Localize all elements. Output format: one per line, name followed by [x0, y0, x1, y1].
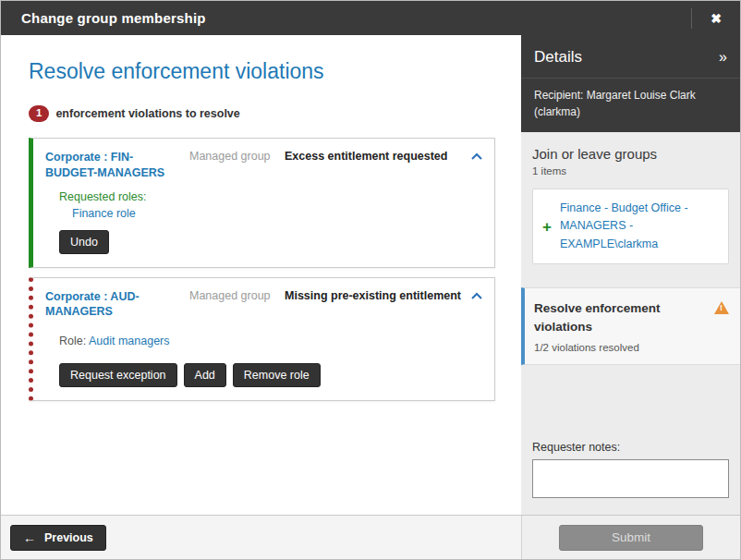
- group-item-label: Finance - Budget Office - MANAGERS - EXA…: [560, 200, 719, 253]
- managed-group-label: Managed group: [189, 289, 277, 302]
- violations-count-badge: 1: [29, 105, 49, 122]
- step-status: 1/2 violations resolved: [534, 342, 729, 353]
- groups-section-title: Join or leave groups: [532, 146, 729, 162]
- violation-type-label: Excess entitlement requested: [285, 150, 461, 163]
- card-actions: Request exception Add Remove role: [59, 363, 483, 387]
- submit-footer: Submit: [521, 515, 740, 559]
- close-icon[interactable]: ✖: [707, 8, 725, 29]
- step-header: Resolve enforcement violations: [534, 299, 729, 337]
- change-group-membership-dialog: Change group membership ✖ Resolve enforc…: [0, 0, 741, 560]
- main-panel: Resolve enforcement violations 1 enforce…: [1, 35, 523, 515]
- violation-card-header: Corporate : FIN-BUDGET-MANAGERS Managed …: [45, 150, 483, 181]
- request-exception-button[interactable]: Request exception: [59, 363, 177, 387]
- violation-card-aud-managers: Corporate : AUD-MANAGERS Managed group M…: [29, 277, 495, 402]
- submit-button[interactable]: Submit: [559, 525, 703, 551]
- requester-notes-section: Requester notes:: [532, 441, 729, 504]
- requester-notes-label: Requester notes:: [532, 441, 729, 454]
- role-line: Role: Audit managers: [59, 335, 483, 347]
- undo-button[interactable]: Undo: [59, 230, 109, 254]
- violation-card-fin-budget-managers: Corporate : FIN-BUDGET-MANAGERS Managed …: [29, 138, 495, 268]
- sidebar-body: Join or leave groups 1 items + Finance -…: [521, 132, 740, 515]
- card-actions: Undo: [59, 230, 483, 254]
- page-title: Resolve enforcement violations: [29, 59, 495, 84]
- warning-icon: [714, 301, 729, 314]
- wizard-footer: ← Previous: [1, 515, 523, 559]
- collapse-sidebar-icon[interactable]: »: [719, 49, 727, 66]
- previous-button-label: Previous: [44, 531, 93, 544]
- add-button[interactable]: Add: [184, 363, 226, 387]
- previous-button[interactable]: ← Previous: [10, 525, 106, 551]
- violation-type-label: Missing pre-existing entitlement: [285, 289, 461, 302]
- details-title: Details: [534, 48, 582, 67]
- managed-group-label: Managed group: [189, 150, 277, 163]
- audit-managers-link[interactable]: Audit managers: [89, 335, 170, 347]
- header-divider: [691, 8, 692, 29]
- finance-role-link[interactable]: Finance role: [72, 207, 136, 220]
- remove-role-button[interactable]: Remove role: [233, 363, 321, 387]
- plus-icon: +: [542, 219, 552, 235]
- arrow-left-icon: ←: [23, 531, 36, 544]
- chevron-up-icon[interactable]: [468, 150, 483, 161]
- groups-count: 1 items: [532, 165, 729, 177]
- violations-summary: 1 enforcement violations to resolve: [29, 105, 495, 122]
- dialog-header: Change group membership ✖: [1, 1, 740, 35]
- role-label: Role:: [59, 335, 86, 347]
- requester-notes-input[interactable]: [532, 459, 729, 498]
- violation-card-header: Corporate : AUD-MANAGERS Managed group M…: [45, 289, 483, 321]
- dialog-title: Change group membership: [21, 10, 206, 26]
- resolve-violations-step[interactable]: Resolve enforcement violations 1/2 viola…: [521, 287, 740, 365]
- details-sidebar: Details » Recipient: Margaret Louise Cla…: [521, 35, 740, 559]
- step-title: Resolve enforcement violations: [534, 299, 682, 337]
- chevron-up-icon[interactable]: [468, 289, 483, 300]
- details-header: Details »: [521, 35, 740, 79]
- group-link-aud-managers[interactable]: Corporate : AUD-MANAGERS: [45, 289, 182, 321]
- violations-count-text: enforcement violations to resolve: [55, 107, 239, 120]
- requested-roles-label: Requested roles:: [59, 190, 483, 203]
- group-item[interactable]: + Finance - Budget Office - MANAGERS - E…: [532, 189, 729, 264]
- group-link-fin-budget-managers[interactable]: Corporate : FIN-BUDGET-MANAGERS: [45, 150, 182, 181]
- recipient-info: Recipient: Margaret Louise Clark (clarkm…: [521, 79, 740, 132]
